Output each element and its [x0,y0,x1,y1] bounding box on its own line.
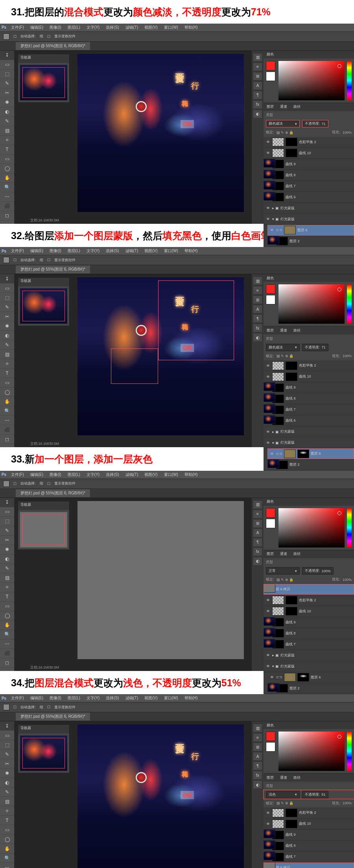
fg-color-icon[interactable]: ⬛ [0,202,14,211]
menu-item[interactable]: 窗口(W) [161,248,181,254]
status-bar: 文档:16.1M/30.5M [30,218,59,223]
canvas[interactable]: 百安堂 行 梅花 CHI [77,277,244,435]
menubar: Ps 文件(F)编辑(E)图像(I)图层(L)文字(Y)选择(S)滤镜(T)视图… [0,24,354,32]
menu-item[interactable]: 图像(I) [46,25,64,30]
navigator-thumb[interactable] [20,65,67,100]
panel-strip: ▥≡⊞A¶fx◐ [252,51,264,224]
type-tool-icon[interactable]: T [0,145,14,155]
opt-label: 显示变换控件 [54,34,76,39]
menu-item[interactable]: 视图(V) [141,248,160,254]
menu-item[interactable]: 图层(L) [65,25,83,30]
path-tool-icon[interactable]: ◯ [0,164,14,173]
crop-tool-icon[interactable]: ✂ [0,88,14,98]
fg-swatch [266,61,275,70]
more-tools-icon[interactable]: ⋯ [0,192,14,202]
move-tool-icon[interactable]: ↧ [0,51,14,60]
doc-tab[interactable]: 梦想灯.psd @ 55%(图层 6, RGB/8#)* [16,265,90,273]
layer-row[interactable]: 👁图层 2 [267,236,354,247]
layer6-masked[interactable]: 👁⊂⊃图层 6 [267,448,354,459]
marquee-tool-icon[interactable]: ▭ [0,60,14,70]
layer-row[interactable]: 👁▾ ▣灯光蒙版 [264,214,354,225]
opacity-input[interactable]: 不透明度:51 [302,791,328,798]
doc-tab[interactable]: 梦想灯.psd @ 55%(图层 6, RGB/8#)* [16,42,90,50]
layers-tab[interactable]: 图层 [264,104,277,109]
blend-mode-select[interactable]: 浅色▾ [266,791,300,798]
menu-item[interactable]: 窗口(W) [161,25,181,30]
color-swatches[interactable] [266,61,276,100]
menu-item[interactable]: 编辑(E) [27,248,46,254]
eyedrop-tool-icon[interactable]: ✱ [0,98,14,107]
layer-row[interactable]: 👁色彩平衡 2 [264,137,354,148]
layer-row[interactable]: 👁▸ ▣灯光蒙版 [264,203,354,214]
hue-slider[interactable] [347,61,352,100]
strip-icon[interactable]: ¶ [253,91,262,100]
blend-mode-select[interactable]: 颜色减淡▾ [266,344,300,351]
right-panels: ▥≡⊞A¶fx◐ 颜色 图层通道路径 类型 颜色减淡▾ 不透明度:71 锁定:▧… [252,51,354,224]
canvas[interactable]: 百安堂 行 梅花 CHI [77,54,244,212]
layer-row[interactable]: 👁曲线 9 [264,159,354,170]
menu-item[interactable]: 滤镜(T) [122,248,142,254]
bg-color-icon[interactable]: ◻ [0,211,14,221]
menu-item[interactable]: 滤镜(T) [122,25,142,30]
menu-item[interactable]: 文字(Y) [83,25,103,30]
canvas[interactable]: 百安堂 行 梅花 CHI 那天；不会笑了 Lansding/by [77,724,244,868]
strip-icon[interactable]: ≡ [253,63,262,71]
navigator-panel: 导航器 [18,724,70,773]
blend-mode-select[interactable]: 正常▾ [266,567,300,575]
screenshot-34: Ps 文件(F)编辑(E)图像(I)图层(L)文字(Y)选择(S)滤镜(T)视图… [0,694,354,868]
channels-tab[interactable]: 通道 [277,104,290,109]
menu-item[interactable]: 文件(F) [8,25,27,30]
stamp-tool-icon[interactable]: ▤ [0,126,14,136]
paths-tab[interactable]: 路径 [290,104,304,109]
menu-item[interactable]: 图像(I) [46,248,64,254]
strip-icon[interactable]: A [253,81,262,90]
bg-swatch [266,72,275,81]
ps-logo-icon: Ps [0,694,8,702]
blend-mode-select[interactable]: 颜色减淡▾ [266,120,300,127]
opacity-input[interactable]: 不透明度:71 [302,120,328,127]
brush-tool-icon[interactable]: ✎ [0,117,14,126]
menu-item[interactable]: 帮助(H) [181,248,201,254]
lasso-tool-icon[interactable]: ⬚ [0,70,14,79]
menu-item[interactable]: 图层(L) [65,248,83,254]
strip-icon[interactable]: fx [253,100,262,109]
navigator-panel: 导航器 [18,277,70,326]
menu-item[interactable]: 编辑(E) [27,25,46,30]
menu-item[interactable]: 文件(F) [8,248,27,254]
menu-item[interactable]: 选择(S) [103,248,122,254]
wand-tool-icon[interactable]: ✎ [0,79,14,88]
strip-icon[interactable]: ▥ [253,53,262,62]
screenshot-31: Ps 文件(F)编辑(E)图像(I)图层(L)文字(Y)选择(S)滤镜(T)视图… [0,24,354,224]
layer-mask-thumb[interactable] [297,450,309,458]
layer6-selected[interactable]: 👁⊂⊃图层 6 [267,225,354,236]
strip-icon[interactable]: ◐ [253,110,262,118]
color-spectrum[interactable] [278,61,345,100]
navigator-thumb-gray[interactable] [20,512,67,547]
color-tab[interactable]: 颜色 [264,52,277,57]
heal-tool-icon[interactable]: ◐ [0,107,14,117]
eraser-tool-icon[interactable]: ✧ [0,136,14,145]
menu-item[interactable]: 帮助(H) [181,25,201,30]
menu-item[interactable]: 视图(V) [141,25,160,30]
strip-icon[interactable]: ⊞ [253,72,262,81]
opt-select[interactable]: 组 [40,34,43,39]
layer-row[interactable]: 👁曲线 10 [264,148,354,159]
hand-tool-icon[interactable]: ✋ [0,173,14,183]
layer-row[interactable]: 👁曲线 8 [264,170,354,181]
gray-layer-selected[interactable]: 👁图层 6 拷贝 [264,584,354,595]
opacity-input[interactable]: 不透明度:71 [302,344,328,351]
menu-item[interactable]: 文字(Y) [83,248,103,254]
menu-item[interactable]: 选择(S) [103,25,122,30]
layer-row[interactable]: 👁曲线 7 [264,181,354,192]
layer-row[interactable]: 👁曲线 6 [264,192,354,203]
gray-layer-selected[interactable]: 👁图层 6 拷贝 [264,862,354,868]
canvas[interactable] [77,501,244,659]
highlight-box-1 [158,280,234,360]
zoom-tool-icon[interactable]: 🔍 [0,183,14,192]
toolbar: ↧▭⬚✎✂✱◐✎▤✧T▭◯✋🔍⋯⬛◻ [0,51,15,224]
ps-logo-icon: Ps [0,247,8,255]
color-panel: 颜色 [264,51,354,103]
ps-logo-icon: Ps [0,24,8,31]
opacity-input[interactable]: 不透明度:100% [302,567,334,575]
shape-tool-icon[interactable]: ▭ [0,155,14,164]
